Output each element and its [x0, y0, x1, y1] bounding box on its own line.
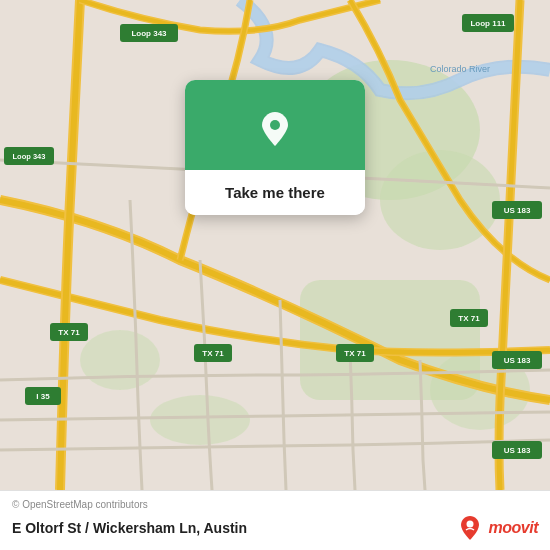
moovit-icon [456, 514, 484, 542]
svg-text:US 183: US 183 [504, 206, 531, 215]
svg-text:Loop 343: Loop 343 [13, 152, 46, 161]
svg-point-5 [150, 395, 250, 445]
map-container: Colorado River [0, 0, 550, 490]
moovit-logo: moovit [456, 514, 538, 542]
svg-text:US 183: US 183 [504, 446, 531, 455]
svg-text:Loop 343: Loop 343 [131, 29, 167, 38]
moovit-wordmark: moovit [489, 519, 538, 537]
svg-text:TX 71: TX 71 [458, 314, 480, 323]
map-attribution: © OpenStreetMap contributors [12, 499, 538, 510]
location-row: E Oltorf St / Wickersham Ln, Austin moov… [12, 514, 538, 542]
svg-text:Colorado River: Colorado River [430, 64, 490, 74]
take-me-there-button[interactable]: Take me there [185, 170, 365, 215]
popup-card: Take me there [185, 80, 365, 215]
svg-text:I 35: I 35 [36, 392, 50, 401]
location-pin-icon [254, 108, 296, 150]
location-text: E Oltorf St / Wickersham Ln, Austin [12, 520, 247, 536]
svg-text:TX 71: TX 71 [344, 349, 366, 358]
svg-text:TX 71: TX 71 [202, 349, 224, 358]
svg-text:US 183: US 183 [504, 356, 531, 365]
svg-text:TX 71: TX 71 [58, 328, 80, 337]
svg-point-31 [270, 120, 280, 130]
bottom-bar: © OpenStreetMap contributors E Oltorf St… [0, 490, 550, 550]
svg-point-4 [80, 330, 160, 390]
popup-green-area [185, 80, 365, 170]
svg-text:Loop 111: Loop 111 [470, 19, 506, 28]
svg-point-32 [466, 521, 473, 528]
